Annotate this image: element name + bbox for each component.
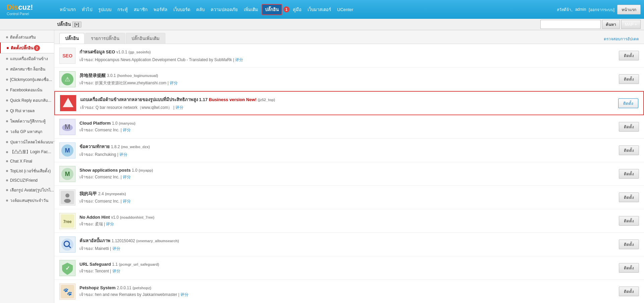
plugin-info-seo: กำหนดข้อมูล SEO v1.0.1 (gp_seoinfo) เจ้า…	[79, 48, 612, 63]
top-header: Discuz! Control Panel หน้าแรก ทั่วไป รูป…	[0, 0, 644, 19]
main-nav: หน้าแรก ทั่วไป รูปแบบ กระทู้ สมาชิก พอร์…	[57, 4, 557, 15]
plugin-name-seo: กำหนดข้อมูล SEO v1.0.1 (gp_seoinfo)	[79, 48, 612, 55]
plugin-item-myjia: 我的马甲 2.4 (myrepeats) เจ้าของ: Comsenz In…	[54, 186, 644, 209]
install-button-seo[interactable]: ติดตั้ง	[619, 51, 639, 60]
nav-member[interactable]: สมาชิก	[131, 4, 150, 15]
plugin-name-login: 异地登录提醒 3.0.1 (honhoo_loginunusual)	[79, 73, 612, 79]
install-button-cloud[interactable]: ติดตั้ง	[619, 122, 639, 132]
svg-text:M: M	[65, 147, 70, 154]
nav-security[interactable]: ความปลอดภัย	[208, 4, 240, 15]
install-button-tool[interactable]: ติดตั้ง	[618, 98, 638, 108]
svg-text:✓: ✓	[65, 265, 70, 271]
plugin-item-petshopz: 🐾 Petshopz System 2.0.0.11 (petshopz) เจ…	[54, 280, 644, 303]
logout-link[interactable]: [ออกจากระบบ]	[589, 6, 614, 13]
map-button[interactable]: MAP +	[621, 20, 641, 29]
nav-manual[interactable]: คู่มือ	[290, 4, 304, 15]
plugin-list: SEO กำหนดข้อมูล SEO v1.0.1 (gp_seoinfo) …	[54, 44, 644, 303]
tab-plugin[interactable]: ปลั๊กอิน	[59, 33, 85, 44]
sidebar-item-clickmycom[interactable]: [Clickmycom]แสดงชื่อ...	[0, 74, 54, 85]
logo: Discuz!	[7, 3, 33, 12]
plugin-item-show: M Show applications posts 1.0 (myapp) เจ…	[54, 162, 644, 186]
install-button-myjia[interactable]: ติดตั้ง	[619, 192, 639, 202]
plugin-item-albumsearch: ค้นหาอัลบั้มภาพ 1.120150402 (onemary_alb…	[54, 233, 644, 256]
sidebar-item-login-face[interactable]: 【凸凸显】Login Fac...	[0, 147, 54, 157]
dot-icon	[6, 120, 8, 122]
plugin-name-tool: แถบเครื่องมือด้านข้างหลากหลายของรูปแบบที…	[80, 96, 611, 103]
plugin-icon-show: M	[59, 166, 75, 182]
sidebar-item-download-btn[interactable]: ปุ่มดาวน์โหลดไฟล์แนบแนบ...	[0, 137, 54, 147]
plugin-item-weibo: M ข้อความทักทาย 1.8.2 (mo_weibo_dzx) เจ้…	[54, 139, 644, 162]
greeting: สวัสดีจ้า,	[557, 6, 572, 13]
search-input[interactable]	[540, 20, 601, 29]
sidebar-label: Facebookดอมเน้น	[10, 87, 42, 93]
nav-club[interactable]: คลับ	[194, 4, 207, 15]
dot-icon	[6, 79, 8, 81]
tab-plugin-more[interactable]: ปลั๊กอินเพิ่มเติม	[126, 33, 165, 44]
sidebar-item-wheel-day[interactable]: วงล้อแสนสุขประจำวัน	[0, 195, 54, 206]
sidebar-item-sidebar-tools[interactable]: แถบเครื่องมือด้านข้าง	[0, 53, 54, 64]
plugin-author-albumsearch: เจ้าของ: Mainetti | 评分	[79, 245, 612, 252]
plugin-name-weibo: ข้อความทักทาย 1.8.2 (mo_weibo_dzx)	[79, 143, 612, 150]
tab-plugin-list[interactable]: รายการปลั๊กอิน	[85, 33, 125, 44]
install-button-albumsearch[interactable]: ติดตั้ง	[619, 240, 639, 249]
sidebar-item-member-login[interactable]: สมัครสมาชิก ล็อกอิน	[0, 64, 54, 74]
sidebar-label: ติดตั้งส่วนเสริม	[10, 34, 36, 40]
nav-home[interactable]: หน้าแรก	[57, 4, 78, 15]
svg-point-12	[64, 199, 71, 203]
plugin-info-albumsearch: ค้นหาอัลบั้มภาพ 1.120150402 (onemary_alb…	[79, 237, 612, 252]
sidebar-item-toplist[interactable]: TopList (เวอร์ชั่นเสียดั้ง)	[0, 166, 54, 176]
install-button-noaddon[interactable]: ติดตั้ง	[619, 216, 639, 226]
plugin-icon-login: ⚠	[59, 71, 75, 87]
sidebar-label: สมัครสมาชิก ล็อกอิน	[10, 66, 45, 72]
install-button-urlsafeguard[interactable]: ติดตั้ง	[619, 263, 639, 273]
nav-portal[interactable]: พอร์ทัล	[151, 4, 170, 15]
plugin-item-seo: SEO กำหนดข้อมูล SEO v1.0.1 (gp_seoinfo) …	[54, 44, 644, 68]
install-button-login[interactable]: ติดตั้ง	[619, 74, 639, 84]
sidebar-label: ปุ่มดาวน์โหลดไฟล์แนบแนบ...	[10, 139, 54, 145]
username-link[interactable]: admin	[575, 7, 586, 12]
dot-icon	[6, 99, 8, 101]
plugin-author-myjia: เจ้าของ: Comsenz Inc. | 评分	[79, 198, 612, 204]
nav-forum[interactable]: กระทู้	[115, 4, 130, 15]
plugin-item-urlsafeguard: ✓ URL Safeguard 1.1 (pcmgr_url_safeguard…	[54, 256, 644, 280]
plugin-name-show: Show applications posts 1.0 (myapp)	[79, 168, 612, 173]
plus-button[interactable]: [+]	[72, 21, 82, 28]
sub-nav: ปลั๊กอิน [+] ค้นหา MAP +	[0, 19, 644, 30]
check-update-link[interactable]: ตรวจสอบการอัปเดต	[604, 36, 639, 44]
nav-theme[interactable]: รูปแบบ	[96, 4, 114, 15]
sidebar-item-wheel-gp[interactable]: วงล้อ GP มหาสนุก	[0, 126, 54, 137]
dot-icon	[6, 189, 8, 191]
nav-more[interactable]: เพิ่มเติม	[241, 4, 261, 15]
nav-general[interactable]: ทั่วไป	[79, 4, 95, 15]
sidebar-item-chat-x-final[interactable]: Chat X Final	[0, 157, 54, 166]
plugin-name-noaddon: No Addon Hint v1.0 (noaddonhint_7ree)	[79, 215, 612, 220]
install-button-petshopz[interactable]: ติดตั้ง	[619, 287, 639, 296]
sidebar: ติดตั้งส่วนเสริม ติดตั้งปลั๊กอิน 2 แถบเค…	[0, 30, 54, 303]
install-button-show[interactable]: ติดตั้ง	[619, 169, 639, 179]
sidebar-item-install-plugin[interactable]: ติดตั้งปลั๊กอิน 2	[0, 42, 54, 53]
sidebar-item-discuz-friend[interactable]: DISCUZ!Friend	[0, 176, 54, 185]
nav-webmaster[interactable]: เว็บมาสเตอร์	[305, 4, 334, 15]
sidebar-label: TopList (เวอร์ชั่นเสียดั้ง)	[10, 168, 51, 174]
install-button-weibo[interactable]: ติดตั้ง	[619, 145, 639, 155]
sub-nav-right: ค้นหา MAP +	[540, 20, 641, 29]
plugin-name-albumsearch: ค้นหาอัลบั้มภาพ 1.120150402 (onemary_alb…	[79, 237, 612, 244]
nav-ucenter[interactable]: UCenter	[334, 5, 356, 14]
sidebar-item-qi-rui[interactable]: Qi Rui หายผล	[0, 105, 54, 116]
plugin-name-urlsafeguard: URL Safeguard 1.1 (pcmgr_url_safeguard)	[79, 262, 612, 267]
layout: ติดตั้งส่วนเสริม ติดตั้งปลั๊กอิน 2 แถบเค…	[0, 30, 644, 303]
nav-badge: 1	[283, 6, 289, 12]
plugin-author-show: เจ้าของ: Comsenz Inc. | 评分	[79, 174, 612, 180]
plugin-author-weibo: เจ้าของ: Ranchuking | 评分	[79, 151, 612, 158]
sidebar-item-quick-reply[interactable]: Quick Reply ตอบกลับ...	[0, 95, 54, 105]
plugin-name-myjia: 我的马甲 2.4 (myrepeats)	[79, 191, 612, 197]
sidebar-item-install-addon[interactable]: ติดตั้งส่วนเสริม	[0, 32, 54, 42]
sidebar-item-post-feel[interactable]: โพสต์ความรู้สึกกระทู้	[0, 116, 54, 126]
homepage-button[interactable]: หน้าแรก	[617, 5, 641, 14]
plugin-icon-myjia	[59, 189, 75, 206]
nav-plugin[interactable]: ปลั๊กอิน	[262, 4, 282, 15]
search-button[interactable]: ค้นหา	[602, 20, 620, 29]
sidebar-item-avatar[interactable]: เลือกรูป Avatar(รูปโปรไ...	[0, 185, 54, 195]
sidebar-item-facebook[interactable]: Facebookดอมเน้น	[0, 85, 54, 95]
nav-board[interactable]: เว็บบอร์ด	[171, 4, 193, 15]
